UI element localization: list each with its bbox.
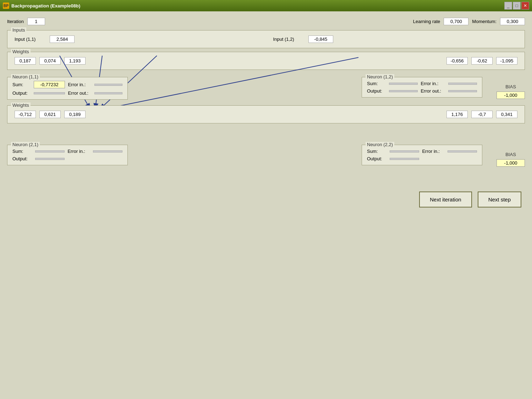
neuron22-output-value[interactable] xyxy=(390,158,419,160)
neuron21-sum-label: Sum: xyxy=(12,149,32,154)
weight-2-5[interactable]: -0,7 xyxy=(471,111,493,118)
neurons-layer1-container: Neuron (1,1) Sum: -0,77232 Error in.: Ou… xyxy=(7,77,525,100)
neuron22-grid: Sum: Error in.: Output: xyxy=(367,149,477,161)
title-bar: BP Backpropagation (Example08b) _ □ ✕ xyxy=(0,0,532,11)
close-button[interactable]: ✕ xyxy=(521,2,529,10)
iteration-label: Iteration xyxy=(7,19,24,24)
window-controls: _ □ ✕ xyxy=(504,2,529,10)
weight-1-4[interactable]: -0,656 xyxy=(446,57,468,65)
neuron21-errorin-label: Error in.: xyxy=(67,149,90,154)
neuron11-errorout-value[interactable] xyxy=(94,92,122,94)
learning-rate-label: Learning rate xyxy=(413,19,440,24)
weight-1-1[interactable]: 0,187 xyxy=(15,57,36,65)
title-bar-title: Backpropagation (Example08b) xyxy=(11,3,502,9)
neuron21-errorin-value[interactable] xyxy=(93,150,122,153)
neuron12-sum-label: Sum: xyxy=(367,81,386,86)
neuron22-sum-value[interactable] xyxy=(390,150,419,153)
next-iteration-button[interactable]: Next iteration xyxy=(419,192,472,207)
input11-value[interactable]: 2,584 xyxy=(50,35,75,43)
neuron22-box: Neuron (2,2) Sum: Error in.: Output: xyxy=(362,145,482,165)
neuron12-grid: Sum: Error in.: Output: Error out.: xyxy=(367,81,477,94)
neuron22-label: Neuron (2,2) xyxy=(366,142,394,147)
bias1-label: BIAS xyxy=(505,84,516,89)
neuron11-output-value[interactable] xyxy=(34,92,65,94)
input11-label: Input (1,1) xyxy=(15,37,35,42)
weight-1-2[interactable]: 0,074 xyxy=(39,57,61,65)
neuron21-output-label: Output: xyxy=(12,156,32,161)
header-row: Iteration 1 Learning rate 0,700 Momentum… xyxy=(7,18,525,25)
inputs-section: Inputs Input (1,1) 2,584 Input (1,2) -0,… xyxy=(7,30,525,48)
neuron12-output-label: Output: xyxy=(367,88,386,94)
neuron22-errorin-value[interactable] xyxy=(448,150,477,153)
learning-rate-value[interactable]: 0,700 xyxy=(444,18,468,25)
bias2-container: BIAS -1,000 xyxy=(497,152,525,167)
neurons-row1: Neuron (1,1) Sum: -0,77232 Error in.: Ou… xyxy=(7,77,525,100)
weight-1-5[interactable]: -0,62 xyxy=(471,57,493,65)
neuron11-box: Neuron (1,1) Sum: -0,77232 Error in.: Ou… xyxy=(7,77,128,100)
weight-2-1[interactable]: -0,712 xyxy=(15,111,36,118)
input12-value[interactable]: -0,845 xyxy=(308,35,333,43)
neuron11-output-label: Output: xyxy=(12,90,31,96)
weight-2-2[interactable]: 0,621 xyxy=(39,111,61,118)
maximize-button[interactable]: □ xyxy=(513,2,521,10)
momentum-value[interactable]: 0,300 xyxy=(500,18,525,25)
minimize-button[interactable]: _ xyxy=(504,2,512,10)
neuron21-grid: Sum: Error in.: Output: xyxy=(12,149,122,161)
neuron12-box: Neuron (1,2) Sum: Error in.: Output: Err… xyxy=(362,77,482,98)
weights1-row: 0,187 0,074 1,193 -0,656 -0,62 -1,095 xyxy=(15,57,517,65)
weight-2-4[interactable]: 1,176 xyxy=(446,111,468,118)
neuron21-box: Neuron (2,1) Sum: Error in.: Output: xyxy=(7,145,128,165)
neuron11-label: Neuron (1,1) xyxy=(11,74,40,79)
weights1-label: Weights xyxy=(11,49,31,54)
bias2-value[interactable]: -1,000 xyxy=(497,159,525,167)
next-step-button[interactable]: Next step xyxy=(478,192,521,207)
input12-label: Input (1,2) xyxy=(273,37,294,42)
spacer xyxy=(7,127,525,141)
momentum-label: Momentum: xyxy=(472,19,497,24)
neuron22-sum-label: Sum: xyxy=(367,149,387,154)
neuron11-errorout-label: Error out.: xyxy=(68,90,92,96)
weight-2-3[interactable]: 0,189 xyxy=(64,111,86,118)
neuron12-label: Neuron (1,2) xyxy=(366,74,394,79)
neuron12-sum-value[interactable] xyxy=(389,83,418,85)
iteration-value[interactable]: 1 xyxy=(27,18,45,25)
neuron12-output-value[interactable] xyxy=(389,90,418,92)
neuron12-errorout-value[interactable] xyxy=(448,90,477,92)
neuron22-errorin-label: Error in.: xyxy=(422,149,444,154)
weights1-section: Weights 0,187 0,074 1,193 -0,656 -0,62 -… xyxy=(7,52,525,70)
neuron21-label: Neuron (2,1) xyxy=(11,142,40,147)
neuron12-errorin-label: Error in.: xyxy=(421,81,445,86)
neuron11-sum-label: Sum: xyxy=(12,82,31,87)
bottom-buttons: Next iteration Next step xyxy=(7,192,525,207)
neuron21-output-value[interactable] xyxy=(35,158,65,160)
bias1-value[interactable]: -1,000 xyxy=(497,92,525,99)
weights2-label: Weights xyxy=(11,102,31,108)
neuron21-sum-value[interactable] xyxy=(35,150,65,153)
neuron12-errorout-label: Error out.: xyxy=(421,88,445,94)
app-icon: BP xyxy=(3,2,9,9)
bias2-label: BIAS xyxy=(505,152,516,157)
neuron11-sum-value[interactable]: -0,77232 xyxy=(34,81,65,88)
neuron11-errorin-value[interactable] xyxy=(94,84,122,86)
weights2-section: Weights -0,712 0,621 0,189 1,176 -0,7 0,… xyxy=(7,105,525,123)
neuron12-errorin-value[interactable] xyxy=(448,83,477,85)
bias1-container: BIAS -1,000 xyxy=(497,84,525,99)
weight-1-3[interactable]: 1,193 xyxy=(64,57,86,65)
neuron11-errorin-label: Error in.: xyxy=(68,82,92,87)
neurons-row2: Neuron (2,1) Sum: Error in.: Output: Neu… xyxy=(7,145,525,167)
weight-1-6[interactable]: -1,095 xyxy=(496,57,517,65)
weight-2-6[interactable]: 0,341 xyxy=(496,111,517,118)
neuron11-grid: Sum: -0,77232 Error in.: Output: Error o… xyxy=(12,81,122,96)
neuron22-output-label: Output: xyxy=(367,156,387,161)
inputs-section-label: Inputs xyxy=(11,27,26,33)
weights2-row: -0,712 0,621 0,189 1,176 -0,7 0,341 xyxy=(15,111,517,118)
main-content: Iteration 1 Learning rate 0,700 Momentum… xyxy=(0,11,532,214)
